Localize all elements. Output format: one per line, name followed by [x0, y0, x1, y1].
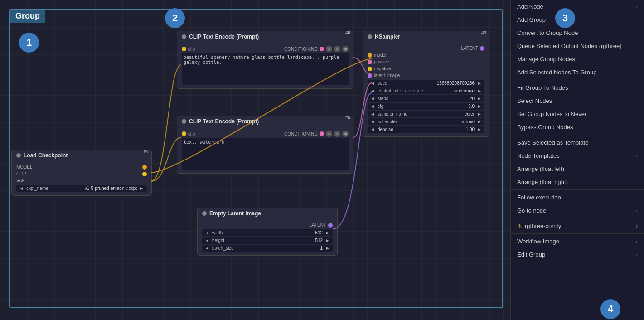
latent-left-height[interactable]: ◄: [204, 238, 210, 243]
ks-positive-port: [368, 60, 372, 64]
clip2-textarea[interactable]: [182, 138, 349, 170]
menu-item-edit-group[interactable]: Edit Group›: [511, 248, 644, 261]
latent-left-width[interactable]: ◄: [204, 230, 210, 235]
latent-row-width[interactable]: ◄ width 512 ►: [202, 229, 333, 236]
ks-row-scheduler[interactable]: ◄ scheduler normal ►: [368, 118, 484, 125]
clip1-textarea[interactable]: [182, 53, 349, 85]
canvas-area[interactable]: Group Load Checkpoint #4 MODEL CLIP VAE …: [0, 0, 512, 320]
load-ckpt-row[interactable]: ◄ ckpt_name v1-5-pruned-emaonly.ckpt ►: [16, 185, 147, 192]
latent-out-port: [328, 223, 333, 228]
latent-left-batch_size[interactable]: ◄: [204, 246, 210, 251]
menu-arrow-edit-group: ›: [636, 252, 638, 258]
ks-right-seed[interactable]: ►: [476, 81, 483, 86]
badge-4: 4: [600, 299, 620, 319]
ks-left-scheduler[interactable]: ◄: [369, 119, 376, 124]
menu-item-select-nodes[interactable]: Select Nodes: [511, 94, 644, 107]
latent-right-height[interactable]: ►: [324, 238, 331, 243]
clip1-icon3[interactable]: ⊞: [342, 46, 349, 52]
ks-value-control_after_generate: randomize: [451, 88, 476, 93]
menu-item-workflow-image[interactable]: Workflow Image›: [511, 235, 644, 248]
menu-arrow-go-to-node: ›: [636, 208, 638, 214]
latent-value-batch_size: 1: [306, 246, 324, 251]
menu-label-go-to-node: Go to node: [517, 207, 546, 214]
menu-item-bypass-group[interactable]: Bypass Group Nodes: [511, 121, 644, 134]
latent-label-height: height: [210, 238, 306, 243]
menu-item-left-follow-exec: Follow execution: [517, 194, 561, 201]
ks-title: KSampler: [375, 34, 400, 40]
clip1-body: clip CONDITIONING ○ ✓ ⊞: [177, 42, 353, 88]
ks-positive-label: positive: [374, 59, 389, 64]
ckpt-label: ckpt_name: [24, 186, 83, 191]
latent-status-dot: [202, 211, 207, 216]
ks-body: LATENT model positive negative: [363, 42, 489, 136]
menu-item-left-bypass-group: Bypass Group Nodes: [517, 124, 573, 131]
menu-label-add-group: Add Group: [517, 16, 546, 23]
ckpt-right-arrow[interactable]: ►: [139, 186, 145, 191]
menu-item-add-node[interactable]: Add Node›: [511, 0, 644, 13]
warning-icon-rgthree: ⚠: [517, 223, 522, 229]
clip1-port-row: clip CONDITIONING ○ ✓ ⊞: [182, 45, 349, 53]
ks-value-seed: 156680208700286: [435, 81, 476, 86]
menu-item-arrange-left[interactable]: Arrange (float left): [511, 162, 644, 175]
menu-label-arrange-right: Arrange (float right): [517, 179, 568, 185]
ks-left-control_after_generate[interactable]: ◄: [369, 88, 376, 93]
ks-right-control_after_generate[interactable]: ►: [476, 88, 483, 93]
menu-item-manage-group[interactable]: Manage Group Nodes: [511, 53, 644, 66]
latent-header: Empty Latent Image: [198, 208, 337, 219]
menu-item-left-convert-group: Convert to Group Node: [517, 29, 578, 36]
clip2-icon3[interactable]: ⊞: [342, 131, 349, 137]
menu-item-rgthree[interactable]: ⚠rgthree-comfy›: [511, 219, 644, 233]
menu-item-left-queue-selected: Queue Selected Output Nodes (rgthree): [517, 43, 622, 49]
ks-right-steps[interactable]: ►: [476, 96, 483, 101]
latent-right-width[interactable]: ►: [324, 230, 331, 235]
ckpt-left-arrow[interactable]: ◄: [18, 186, 24, 191]
menu-item-add-group[interactable]: Add Group: [511, 13, 644, 26]
ks-right-denoise[interactable]: ►: [476, 127, 483, 132]
ks-row-steps[interactable]: ◄ steps 20 ►: [368, 95, 484, 102]
ks-right-sampler_name[interactable]: ►: [476, 112, 483, 116]
ks-left-seed[interactable]: ◄: [369, 81, 376, 86]
menu-item-go-to-node[interactable]: Go to node›: [511, 204, 644, 217]
menu-item-set-group-never[interactable]: Set Group Nodes to Never: [511, 107, 644, 121]
menu-item-left-arrange-left: Arrange (float left): [517, 165, 564, 172]
menu-label-node-templates: Node Templates: [517, 152, 560, 159]
menu-item-add-selected[interactable]: Add Selected Nodes To Group: [511, 66, 644, 79]
menu-item-queue-selected[interactable]: Queue Selected Output Nodes (rgthree): [511, 39, 644, 53]
ks-right-cfg[interactable]: ►: [476, 104, 483, 109]
ks-row-denoise[interactable]: ◄ denoise 1.00 ►: [368, 126, 484, 133]
ks-left-cfg[interactable]: ◄: [369, 104, 376, 109]
menu-item-follow-exec[interactable]: Follow execution: [511, 191, 644, 204]
ks-row-control_after_generate[interactable]: ◄ control_after_generate randomize ►: [368, 87, 484, 94]
clip2-icon2[interactable]: ✓: [334, 131, 340, 137]
clip1-icon2[interactable]: ✓: [334, 46, 340, 52]
menu-item-convert-group[interactable]: Convert to Group Node: [511, 26, 644, 39]
badge-1: 1: [19, 33, 39, 53]
menu-item-save-template[interactable]: Save Selected as Template: [511, 136, 644, 149]
latent-value-height: 512: [306, 238, 324, 243]
ks-latent-in-label: latent_image: [374, 73, 400, 78]
menu-divider-divider1: [511, 80, 644, 80]
ks-row-cfg[interactable]: ◄ cfg 8.0 ►: [368, 103, 484, 110]
ks-right-scheduler[interactable]: ►: [476, 119, 483, 124]
clip2-in-port: [182, 131, 186, 136]
ks-left-sampler_name[interactable]: ◄: [369, 112, 376, 116]
latent-row-batch_size[interactable]: ◄ batch_size 1 ►: [202, 245, 333, 252]
clip1-num: #6: [345, 30, 350, 35]
menu-item-fit-group[interactable]: Fit Group To Nodes: [511, 81, 644, 94]
ks-row-sampler_name[interactable]: ◄ sampler_name euler ►: [368, 111, 484, 117]
ks-left-denoise[interactable]: ◄: [369, 127, 376, 132]
latent-right-batch_size[interactable]: ►: [324, 246, 331, 251]
latent-row-height[interactable]: ◄ height 512 ►: [202, 237, 333, 244]
clip1-in-label: clip: [188, 47, 195, 52]
clip1-icon1[interactable]: ○: [326, 46, 332, 52]
load-model-label: MODEL: [16, 165, 33, 170]
clip2-status-dot: [182, 119, 186, 124]
menu-item-node-templates[interactable]: Node Templates›: [511, 149, 644, 162]
ks-left-steps[interactable]: ◄: [369, 96, 376, 101]
clip2-icon1[interactable]: ○: [326, 131, 332, 137]
menu-item-arrange-right[interactable]: Arrange (float right): [511, 175, 644, 189]
ks-row-seed[interactable]: ◄ seed 156680208700286 ►: [368, 80, 484, 87]
menu-label-set-group-never: Set Group Nodes to Never: [517, 111, 586, 117]
clip2-icons: ○ ✓ ⊞: [326, 131, 349, 137]
menu-label-bypass-group: Bypass Group Nodes: [517, 124, 573, 131]
